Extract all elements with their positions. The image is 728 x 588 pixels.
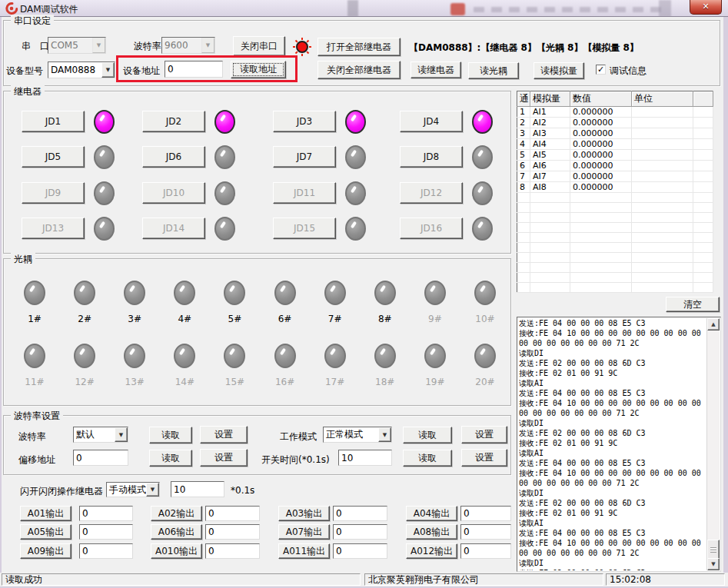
relay-cell: JD15 [273,217,366,241]
ao10-output-button[interactable]: A010输出 [151,543,202,559]
col-header-unit[interactable]: 单位 [632,91,693,107]
ao1-output-button[interactable]: A01输出 [20,506,71,521]
ao9-output-button[interactable]: A09输出 [20,543,71,559]
ao9-output-input[interactable] [79,543,133,559]
opto-cell: 18# [369,344,401,387]
opto-cell: 7# [319,281,351,324]
opto-led [224,281,245,305]
ao8-output-input[interactable] [460,524,511,540]
col-header-channel[interactable]: 通 [517,91,530,107]
relay-button-jd1[interactable]: JD1 [22,111,85,132]
ao7-output-button[interactable]: A07输出 [278,524,330,540]
table-row[interactable]: 1AI10.000000 [517,107,713,118]
read-address-button[interactable]: 读取地址 [231,61,286,78]
ao1-output-input[interactable] [79,506,133,521]
read-relay-button[interactable]: 读继电器 [411,61,461,78]
serial-port-select[interactable]: COM5 ▼ [48,37,106,54]
scroll-up-button[interactable]: ▲ [707,318,720,331]
close-all-relays-button[interactable]: 关闭全部继电器 [317,61,401,79]
ao12-output-input[interactable] [460,543,511,559]
ao12-output-button[interactable]: A012输出 [406,543,457,559]
relay-button-jd10: JD10 [142,182,205,204]
relay-button-jd4[interactable]: JD4 [400,111,463,132]
table-row[interactable]: 7AI70.000000 [517,171,713,182]
baud-set-button[interactable]: 设置 [200,426,248,443]
ao5-output-button[interactable]: A05输出 [20,524,71,540]
open-all-relays-button[interactable]: 打开全部继电器 [317,38,401,56]
flash-time-input[interactable] [171,481,224,497]
read-opto-button[interactable]: 读光耦 [468,62,519,79]
relay-button-jd2[interactable]: JD2 [142,111,205,132]
ao2-output-input[interactable] [205,506,260,521]
table-row-empty [517,223,713,233]
chevron-down-icon: ▼ [101,62,115,78]
relay-led [345,217,366,241]
relay-led [472,110,493,134]
ao2-output-button[interactable]: A02输出 [151,506,202,521]
relay-button-jd5[interactable]: JD5 [22,146,85,168]
baud-setting-select[interactable]: 默认 ▼ [73,427,128,443]
table-row[interactable]: 8AI80.000000 [517,182,713,193]
table-row[interactable]: 4AI40.000000 [517,139,713,150]
ao5-output-input[interactable] [79,524,133,540]
ao7-output-input[interactable] [333,524,387,540]
log-scrollbar[interactable]: ▲ ▼ [706,318,720,570]
ao11-output-input[interactable] [333,543,387,559]
relay-cell: JD16 [400,217,493,241]
ao3-output-button[interactable]: A03输出 [278,506,330,521]
ao4-output-button[interactable]: A04输出 [406,506,457,521]
table-row[interactable]: 5AI50.000000 [517,150,713,161]
ao6-output-button[interactable]: A06输出 [151,524,202,540]
ao3-output-input[interactable] [333,506,387,521]
ao4-output-input[interactable] [460,506,511,521]
flash-mode-select[interactable]: 手动模式 ▼ [106,482,160,497]
relay-button-jd11: JD11 [273,182,336,204]
ao10-output-input[interactable] [205,543,260,559]
opto-label: 16# [275,377,294,387]
opto-label: 19# [425,377,444,387]
relay-button-jd6[interactable]: JD6 [142,146,205,168]
close-button[interactable]: ✕ [690,0,722,15]
opto-label: 20# [475,377,494,387]
analog-values-table: 通 模拟量 数值 单位 1AI10.000000 2AI20.000000 3A… [517,91,713,293]
offset-set-button[interactable]: 设置 [200,449,248,467]
relay-button-jd3[interactable]: JD3 [273,111,336,132]
baud-select[interactable]: 9600 ▼ [161,37,215,54]
debug-info-checkbox[interactable]: ✓ [596,65,606,75]
clear-log-button[interactable]: 清空 [666,297,720,312]
scrollbar-thumb[interactable] [707,540,720,560]
work-mode-read-button[interactable]: 读取 [403,427,452,443]
opto-label: 18# [375,377,394,387]
table-row[interactable]: 6AI60.000000 [517,161,713,171]
device-address-input[interactable] [165,61,223,78]
serial-open-indicator-icon [292,37,312,57]
device-model-select[interactable]: DAM0888 ▼ [48,61,115,78]
relay-button-jd7[interactable]: JD7 [273,146,336,168]
offset-read-button[interactable]: 读取 [149,450,192,467]
work-mode-set-button[interactable]: 设置 [461,426,507,443]
table-row[interactable]: 3AI30.000000 [517,128,713,139]
offset-address-input[interactable] [73,450,128,466]
switch-time-read-button[interactable]: 读取 [403,450,452,467]
table-header-row: 通 模拟量 数值 单位 [517,91,713,107]
relay-button-jd8[interactable]: JD8 [400,146,463,168]
ao11-output-button[interactable]: A011输出 [278,543,330,559]
scroll-down-button[interactable]: ▼ [707,558,720,570]
table-row[interactable]: 2AI20.000000 [517,118,713,128]
window-border-left [0,17,2,586]
scroll-down-icon: ▼ [711,561,715,567]
read-analog-button[interactable]: 读模拟量 [534,62,584,79]
close-serial-button[interactable]: 关闭串口 [233,36,285,56]
ao6-output-input[interactable] [205,524,260,540]
work-mode-select[interactable]: 正常模式 ▼ [323,427,392,443]
baud-read-button[interactable]: 读取 [149,427,192,443]
ao8-output-button[interactable]: A08输出 [406,524,457,540]
switch-time-set-button[interactable]: 设置 [461,449,507,467]
relay-led [214,145,235,169]
col-header-value[interactable]: 数值 [570,91,632,107]
relay-cell: JD9 [22,181,115,206]
col-header-analog[interactable]: 模拟量 [530,91,570,107]
opto-cell: 9# [419,281,451,324]
switch-time-input[interactable] [338,450,392,466]
col-header-extra[interactable] [693,91,713,107]
